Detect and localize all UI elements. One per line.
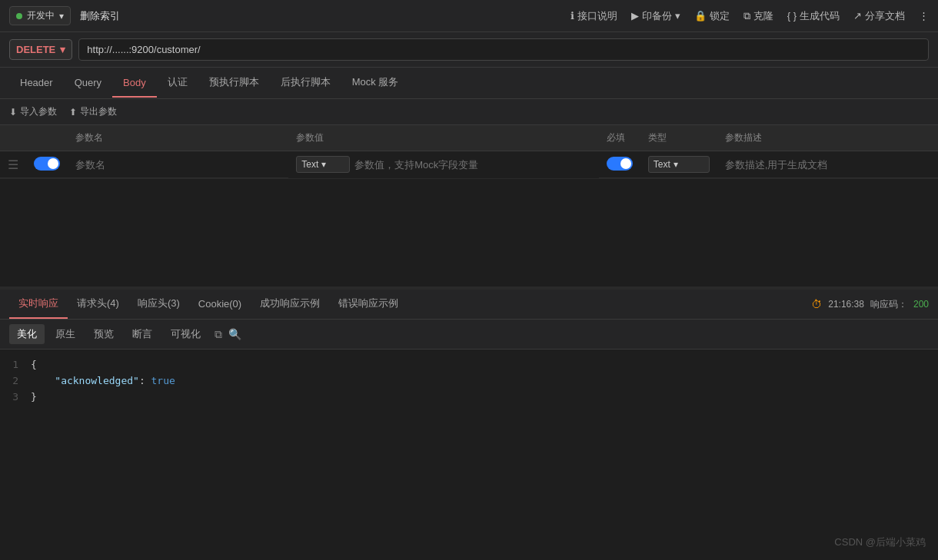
col-type: 类型 bbox=[640, 125, 717, 151]
param-table: 参数名 参数值 必填 类型 参数描述 ☰ Text bbox=[0, 125, 938, 178]
watermark: CSDN @后端小菜鸡 bbox=[834, 535, 926, 549]
url-input[interactable] bbox=[78, 38, 929, 61]
line-number-2: 2 bbox=[0, 373, 31, 389]
tab-response-headers[interactable]: 响应头(3) bbox=[128, 290, 189, 319]
col-param-name: 参数名 bbox=[68, 125, 288, 151]
param-type-select[interactable]: Text ▾ bbox=[648, 156, 710, 173]
chevron-down-icon: ▾ bbox=[59, 11, 64, 22]
table-row: ☰ Text ▾ bbox=[0, 151, 938, 178]
copy-icon[interactable]: ⧉ bbox=[215, 328, 222, 341]
response-content-tabs: 美化 原生 预览 断言 可视化 ⧉ 🔍 bbox=[0, 320, 938, 350]
method-chevron-icon: ▾ bbox=[60, 44, 65, 55]
env-selector[interactable]: 开发中 ▾ bbox=[9, 6, 71, 25]
drag-handle-cell: ☰ bbox=[0, 151, 26, 178]
play-icon: ▶ bbox=[631, 10, 639, 22]
value-type-select[interactable]: Text ▾ bbox=[296, 156, 350, 173]
response-meta: ⏱ 21:16:38 响应码： 200 bbox=[811, 298, 929, 311]
param-value-cell: Text ▾ bbox=[288, 151, 598, 177]
tab-request-headers[interactable]: 请求头(4) bbox=[68, 290, 128, 319]
tab-visualize[interactable]: 可视化 bbox=[163, 324, 208, 344]
line-number-1: 1 bbox=[0, 357, 31, 373]
required-toggle[interactable] bbox=[607, 157, 633, 171]
response-code: 200 bbox=[913, 299, 929, 310]
code-content-3: } bbox=[31, 389, 37, 406]
line-number-3: 3 bbox=[0, 389, 31, 406]
tab-cookie[interactable]: Cookie(0) bbox=[189, 291, 251, 318]
param-name-input[interactable] bbox=[75, 159, 281, 171]
col-drag bbox=[0, 125, 26, 151]
tab-query[interactable]: Query bbox=[64, 69, 112, 98]
backup-chevron-icon: ▾ bbox=[675, 10, 680, 22]
response-tabs: 实时响应 请求头(4) 响应头(3) Cookie(0) 成功响应示例 错误响应… bbox=[0, 290, 938, 320]
param-name-cell bbox=[68, 151, 288, 178]
export-params-button[interactable]: ⬆ 导出参数 bbox=[69, 105, 117, 118]
tab-mock[interactable]: Mock 服务 bbox=[341, 68, 410, 98]
col-param-value: 参数值 bbox=[288, 125, 598, 151]
env-label: 开发中 bbox=[27, 9, 55, 22]
tab-beautify[interactable]: 美化 bbox=[9, 324, 45, 344]
type-cell: Text ▾ bbox=[640, 151, 717, 178]
clone-button[interactable]: ⧉ 克隆 bbox=[743, 9, 773, 23]
clone-icon: ⧉ bbox=[743, 10, 750, 22]
url-bar: DELETE ▾ bbox=[0, 32, 938, 68]
json-value: true bbox=[151, 375, 175, 386]
export-icon: ⬆ bbox=[69, 107, 77, 118]
search-icon[interactable]: 🔍 bbox=[228, 328, 241, 340]
value-type-chevron-icon: ▾ bbox=[321, 159, 326, 170]
method-label: DELETE bbox=[16, 44, 55, 55]
required-cell bbox=[599, 151, 640, 178]
api-title: 删除索引 bbox=[80, 9, 561, 23]
tab-success-example[interactable]: 成功响应示例 bbox=[251, 290, 329, 319]
code-icon: { } bbox=[787, 10, 797, 22]
lock-button[interactable]: 🔒 锁定 bbox=[694, 9, 730, 23]
info-icon: ℹ bbox=[570, 10, 574, 22]
col-description: 参数描述 bbox=[717, 125, 938, 151]
response-code-label: 响应码： bbox=[870, 298, 907, 311]
tab-assert[interactable]: 断言 bbox=[125, 324, 160, 344]
generate-code-button[interactable]: { } 生成代码 bbox=[787, 9, 840, 23]
tab-preview[interactable]: 预览 bbox=[86, 324, 121, 344]
top-bar: 开发中 ▾ 删除索引 ℹ 接口说明 ▶ 印备份 ▾ 🔒 锁定 ⧉ 克隆 { } … bbox=[0, 0, 938, 32]
tab-auth[interactable]: 认证 bbox=[157, 68, 198, 98]
lock-icon: 🔒 bbox=[694, 10, 707, 22]
more-button[interactable]: ⋮ bbox=[919, 10, 929, 22]
response-code-area: 1 { 2 "acknowledged": true 3 } bbox=[0, 350, 938, 413]
import-params-button[interactable]: ⬇ 导入参数 bbox=[9, 105, 57, 118]
description-cell bbox=[717, 151, 938, 178]
response-time: 21:16:38 bbox=[828, 299, 864, 310]
method-select[interactable]: DELETE ▾ bbox=[9, 39, 72, 60]
json-key: "acknowledged" bbox=[55, 375, 139, 386]
code-line-1: 1 { bbox=[0, 357, 938, 373]
import-icon: ⬇ bbox=[9, 107, 17, 118]
request-tabs: Header Query Body 认证 预执行脚本 后执行脚本 Mock 服务 bbox=[0, 68, 938, 99]
backup-button[interactable]: ▶ 印备份 ▾ bbox=[631, 9, 680, 23]
empty-space bbox=[0, 179, 938, 287]
toggle-cell bbox=[26, 151, 68, 178]
code-line-2: 2 "acknowledged": true bbox=[0, 373, 938, 389]
param-table-container: 参数名 参数值 必填 类型 参数描述 ☰ Text bbox=[0, 125, 938, 179]
param-enabled-toggle[interactable] bbox=[34, 157, 60, 171]
col-required: 必填 bbox=[599, 125, 640, 151]
tab-header[interactable]: Header bbox=[9, 69, 64, 98]
code-line-3: 3 } bbox=[0, 389, 938, 406]
top-actions: ℹ 接口说明 ▶ 印备份 ▾ 🔒 锁定 ⧉ 克隆 { } 生成代码 ↗ 分享文档… bbox=[570, 9, 929, 23]
tab-realtime-response[interactable]: 实时响应 bbox=[9, 290, 68, 319]
tab-raw[interactable]: 原生 bbox=[48, 324, 83, 344]
param-value-input[interactable] bbox=[354, 159, 590, 171]
share-doc-button[interactable]: ↗ 分享文档 bbox=[853, 9, 905, 23]
tab-pre-script[interactable]: 预执行脚本 bbox=[198, 68, 270, 98]
api-doc-button[interactable]: ℹ 接口说明 bbox=[570, 9, 617, 23]
code-content-2: "acknowledged": true bbox=[31, 373, 175, 389]
param-toolbar: ⬇ 导入参数 ⬆ 导出参数 bbox=[0, 99, 938, 125]
tab-post-script[interactable]: 后执行脚本 bbox=[270, 68, 341, 98]
tab-error-example[interactable]: 错误响应示例 bbox=[329, 290, 407, 319]
param-desc-input[interactable] bbox=[725, 159, 930, 171]
share-icon: ↗ bbox=[853, 10, 862, 22]
env-status-dot bbox=[16, 13, 22, 19]
clock-icon: ⏱ bbox=[811, 298, 822, 310]
code-content-1: { bbox=[31, 357, 37, 373]
col-toggle bbox=[26, 125, 68, 151]
tab-body[interactable]: Body bbox=[112, 69, 157, 98]
param-type-chevron-icon: ▾ bbox=[674, 159, 678, 170]
drag-handle-icon[interactable]: ☰ bbox=[8, 158, 18, 171]
